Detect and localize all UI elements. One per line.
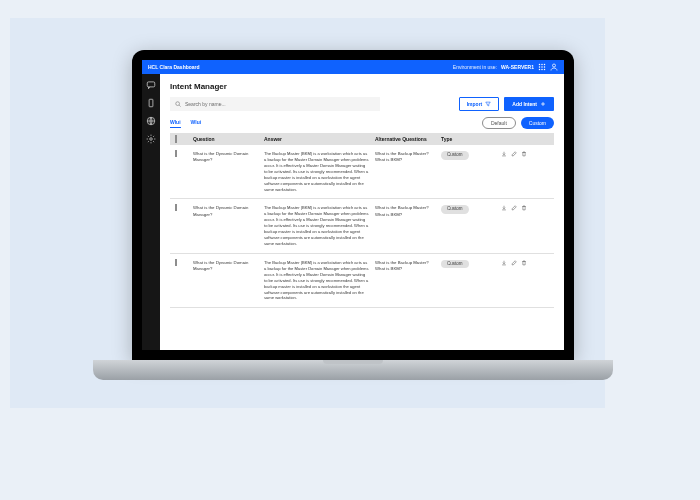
cell-answer: The Backup Master (BKM) is a workstation… — [264, 260, 369, 301]
delete-icon[interactable] — [521, 151, 527, 157]
svg-rect-10 — [147, 82, 155, 87]
row-checkbox[interactable] — [175, 259, 177, 266]
search-placeholder: Search by name... — [185, 101, 226, 107]
table-row: What is the Dynamic Domain Manager?The B… — [170, 254, 554, 308]
cell-alt: What is the Backup Master? What is BKM? — [375, 151, 435, 163]
cell-question: What is the Dynamic Domain Manager? — [193, 260, 258, 272]
search-icon — [175, 101, 181, 107]
sidebar-item-intents[interactable] — [146, 80, 156, 90]
type-badge: Custom — [441, 151, 469, 160]
table-row: What is the Dynamic Domain Manager?The B… — [170, 199, 554, 253]
delete-icon[interactable] — [521, 260, 527, 266]
search-input[interactable]: Search by name... — [170, 97, 380, 111]
cell-alt: What is the Backup Master? What is BKM? — [375, 260, 435, 272]
row-checkbox[interactable] — [175, 150, 177, 157]
import-button[interactable]: Import — [459, 97, 500, 111]
svg-point-13 — [150, 138, 153, 141]
svg-point-8 — [544, 69, 546, 71]
table-row: What is the Dynamic Domain Manager?The B… — [170, 145, 554, 199]
edit-icon[interactable] — [511, 260, 517, 266]
col-question: Question — [193, 136, 258, 142]
cell-question: What is the Dynamic Domain Manager? — [193, 205, 258, 217]
svg-point-2 — [544, 64, 546, 66]
svg-point-3 — [539, 66, 541, 68]
chip-default[interactable]: Default — [482, 117, 516, 129]
svg-point-7 — [541, 69, 543, 71]
cell-alt: What is the Backup Master? What is BKM? — [375, 205, 435, 217]
apps-icon[interactable] — [538, 63, 546, 71]
svg-point-9 — [553, 64, 556, 67]
tab-wlui-2[interactable]: Wlui — [191, 119, 202, 128]
cell-question: What is the Dynamic Domain Manager? — [193, 151, 258, 163]
type-badge: Custom — [441, 260, 469, 269]
delete-icon[interactable] — [521, 205, 527, 211]
cell-answer: The Backup Master (BKM) is a workstation… — [264, 205, 369, 246]
svg-point-1 — [541, 64, 543, 66]
svg-rect-11 — [149, 99, 153, 107]
edit-icon[interactable] — [511, 205, 517, 211]
svg-point-14 — [176, 102, 180, 106]
sidebar-item-settings[interactable] — [146, 134, 156, 144]
tab-wlui-1[interactable]: Wlui — [170, 119, 181, 128]
env-label: Environment in use: — [453, 64, 497, 70]
download-icon[interactable] — [501, 151, 507, 157]
chip-custom[interactable]: Custom — [521, 117, 554, 129]
top-bar: HCL Clara Dashboard Environment in use: … — [142, 60, 564, 74]
svg-point-6 — [539, 69, 541, 71]
sidebar-item-network[interactable] — [146, 116, 156, 126]
svg-point-0 — [539, 64, 541, 66]
svg-point-4 — [541, 66, 543, 68]
page-title: Intent Manager — [170, 82, 554, 91]
add-intent-button[interactable]: Add Intent — [504, 97, 554, 111]
download-icon[interactable] — [501, 205, 507, 211]
sidebar-item-device[interactable] — [146, 98, 156, 108]
svg-point-5 — [544, 66, 546, 68]
cell-answer: The Backup Master (BKM) is a workstation… — [264, 151, 369, 192]
env-value: WA-SERVER1 — [501, 64, 534, 70]
table-header: Question Answer Alternative Questions Ty… — [170, 133, 554, 145]
sidebar — [142, 74, 160, 350]
user-icon[interactable] — [550, 63, 558, 71]
col-alt: Alternative Questions — [375, 136, 435, 142]
type-badge: Custom — [441, 205, 469, 214]
plus-icon — [540, 101, 546, 107]
brand-label: HCL Clara Dashboard — [148, 64, 200, 70]
row-checkbox[interactable] — [175, 204, 177, 211]
edit-icon[interactable] — [511, 151, 517, 157]
select-all-checkbox[interactable] — [175, 135, 177, 143]
download-icon[interactable] — [501, 260, 507, 266]
col-answer: Answer — [264, 136, 369, 142]
col-type: Type — [441, 136, 481, 142]
filter-icon — [485, 101, 491, 107]
